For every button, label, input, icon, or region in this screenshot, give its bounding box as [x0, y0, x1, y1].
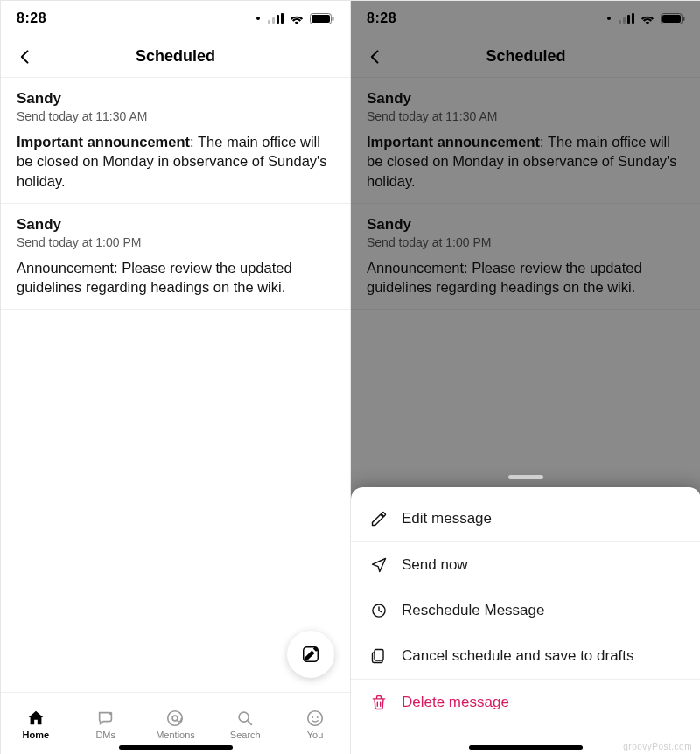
tab-label: You	[307, 730, 324, 740]
sheet-item-label: Edit message	[402, 510, 492, 527]
sheet-edit-message[interactable]: Edit message	[351, 496, 700, 541]
sheet-item-label: Reschedule Message	[402, 602, 544, 619]
trash-icon	[370, 694, 388, 711]
tab-label: Search	[230, 730, 261, 740]
svg-rect-16	[374, 650, 383, 661]
mentions-icon	[164, 709, 186, 728]
svg-point-4	[108, 711, 112, 715]
svg-point-7	[239, 712, 248, 722]
sheet-delete-message[interactable]: Delete message	[351, 679, 700, 725]
sheet-cancel-save-draft[interactable]: Cancel schedule and save to drafts	[351, 633, 700, 679]
tab-label: Home	[23, 730, 50, 740]
sheet-item-label: Send now	[402, 556, 468, 574]
sheet-grab-handle[interactable]	[508, 475, 543, 479]
chevron-left-icon	[17, 48, 34, 66]
message-schedule: Send today at 1:00 PM	[17, 235, 334, 249]
message-body-rest: Announcement: Please review the updated …	[17, 260, 292, 295]
svg-point-9	[308, 710, 323, 725]
search-icon	[234, 709, 256, 728]
paper-plane-icon	[370, 556, 388, 574]
message-sender: Sandy	[17, 216, 334, 234]
phone-screen-left: 8:28 Scheduled Sandy Send today at 11:30…	[1, 1, 351, 754]
message-body-strong: Important announcement	[17, 134, 190, 150]
watermark: groovyPost.com	[623, 742, 692, 751]
message-schedule: Send today at 11:30 AM	[17, 109, 334, 123]
svg-point-5	[168, 710, 183, 725]
drafts-icon	[370, 647, 388, 665]
dms-icon	[95, 709, 116, 728]
svg-rect-2	[332, 17, 334, 21]
svg-point-10	[312, 716, 313, 718]
status-bar: 8:28	[1, 1, 350, 36]
you-icon	[304, 709, 326, 728]
signal-dot-icon	[256, 17, 260, 20]
home-icon	[25, 709, 46, 728]
sheet-reschedule[interactable]: Reschedule Message	[351, 588, 700, 633]
compose-icon	[301, 645, 320, 664]
tab-label: DMs	[95, 730, 116, 740]
home-indicator	[119, 745, 233, 750]
tab-you[interactable]: You	[280, 693, 350, 754]
sheet-send-now[interactable]: Send now	[351, 541, 700, 588]
status-time: 8:28	[17, 10, 256, 26]
tab-home[interactable]: Home	[1, 693, 71, 754]
back-button[interactable]	[10, 36, 41, 77]
compose-button[interactable]	[287, 631, 334, 678]
tab-label: Mentions	[156, 730, 195, 740]
cellular-signal-icon	[268, 13, 284, 24]
status-indicators	[256, 13, 334, 24]
phone-screen-right: 8:28 Scheduled Sandy Send today at 11:30…	[351, 1, 700, 754]
sheet-item-label: Delete message	[402, 694, 509, 711]
home-indicator	[469, 745, 583, 750]
wifi-icon	[289, 13, 304, 24]
scheduled-message-item[interactable]: Sandy Send today at 11:30 AM Important a…	[1, 78, 350, 204]
pencil-icon	[370, 510, 388, 527]
message-body: Important announcement: The main office …	[17, 132, 334, 191]
clock-icon	[370, 602, 388, 619]
page-title: Scheduled	[1, 47, 350, 66]
message-body: Announcement: Please review the updated …	[17, 258, 334, 297]
battery-icon	[310, 13, 334, 24]
scheduled-message-item[interactable]: Sandy Send today at 1:00 PM Announcement…	[1, 204, 350, 311]
svg-line-8	[248, 721, 251, 724]
message-sender: Sandy	[17, 90, 334, 108]
sheet-item-label: Cancel schedule and save to drafts	[402, 647, 634, 665]
svg-point-6	[173, 716, 178, 721]
bottom-tab-bar: Home DMs Mentions Search You	[1, 692, 350, 754]
action-sheet: Edit message Send now Reschedule Message…	[351, 487, 700, 754]
svg-point-11	[317, 716, 318, 718]
screen-header: Scheduled	[1, 36, 350, 78]
svg-rect-1	[312, 15, 330, 23]
